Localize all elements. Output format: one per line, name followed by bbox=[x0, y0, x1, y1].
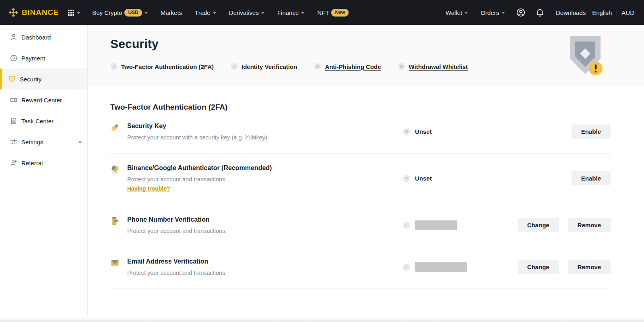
sidebar-item-referral[interactable]: Referral bbox=[0, 152, 87, 173]
sidebar-item-payment[interactable]: $ Payment bbox=[0, 48, 87, 69]
tab-withdrawal-whitelist[interactable]: ✕ Withdrawal Whitelist bbox=[398, 63, 468, 70]
security-key-row: Security Key Protect your account with a… bbox=[110, 112, 611, 154]
status: ✕ Unset bbox=[403, 128, 532, 135]
dashboard-user-icon bbox=[10, 33, 18, 41]
top-nav: BINANCE Buy Crypto USD Markets Trade Der… bbox=[0, 0, 644, 25]
sidebar-item-label: Settings bbox=[21, 139, 43, 145]
status: ✓ bbox=[403, 220, 532, 230]
row-title: Email Address Verification bbox=[127, 258, 227, 265]
tab-two-factor-authentication[interactable]: ✓ Two-Factor Authentication (2FA) bbox=[110, 63, 214, 70]
nav-right-group: Wallet Orders Downloads English | bbox=[439, 8, 634, 17]
main-content: Security ✓ Two-Factor Authentication (2F… bbox=[88, 25, 644, 322]
chevron-down-icon bbox=[464, 12, 468, 14]
check-icon: ✓ bbox=[403, 264, 410, 271]
tab-label: Anti-Phishing Code bbox=[325, 63, 381, 70]
chevron-down-icon bbox=[77, 12, 80, 14]
sidebar: Dashboard $ Payment Security Reward Cent… bbox=[0, 25, 88, 322]
binance-diamond-icon bbox=[8, 7, 19, 18]
bell-icon bbox=[535, 8, 545, 17]
status: ✓ bbox=[403, 262, 532, 272]
nav-orders[interactable]: Orders bbox=[481, 9, 505, 16]
chevron-down-icon bbox=[502, 12, 505, 14]
check-icon: ✓ bbox=[403, 222, 410, 229]
redacted-phone-number bbox=[415, 220, 457, 230]
authenticator-row: Binance/Google Authenticator (Recommende… bbox=[110, 154, 611, 205]
nav-trade[interactable]: Trade bbox=[195, 9, 216, 16]
row-title: Security Key bbox=[127, 123, 269, 130]
sidebar-item-dashboard[interactable]: Dashboard bbox=[0, 27, 87, 48]
enable-button[interactable]: Enable bbox=[572, 125, 611, 139]
x-icon: ✕ bbox=[398, 63, 405, 70]
currency-selector[interactable]: AUD bbox=[621, 9, 634, 16]
x-icon: ✕ bbox=[403, 128, 410, 135]
tab-label: Withdrawal Whitelist bbox=[409, 63, 468, 70]
having-trouble-link[interactable]: Having trouble? bbox=[127, 185, 170, 192]
change-button[interactable]: Change bbox=[518, 260, 559, 274]
check-icon: ✓ bbox=[110, 63, 118, 70]
row-description: Protect your account and transactions. bbox=[127, 228, 227, 234]
security-header: Security ✓ Two-Factor Authentication (2F… bbox=[88, 25, 644, 86]
usd-badge: USD bbox=[124, 9, 142, 17]
tab-identity-verification[interactable]: ✓ Identity Verification bbox=[231, 63, 297, 70]
authenticator-icon bbox=[110, 165, 120, 176]
nav-finance[interactable]: Finance bbox=[277, 9, 304, 16]
shield-warning-icon bbox=[566, 34, 605, 79]
phone-verification-row: Phone Number Verification Protect your a… bbox=[110, 205, 611, 247]
chevron-down-icon bbox=[261, 12, 264, 14]
remove-button[interactable]: Remove bbox=[568, 260, 611, 274]
nav-buy-crypto-label: Buy Crypto bbox=[92, 9, 122, 16]
enable-button[interactable]: Enable bbox=[572, 171, 611, 185]
security-key-icon bbox=[110, 123, 120, 134]
security-status-tabs: ✓ Two-Factor Authentication (2FA) ✓ Iden… bbox=[110, 63, 605, 70]
nav-trade-label: Trade bbox=[195, 9, 211, 16]
change-button[interactable]: Change bbox=[518, 218, 559, 232]
divider: | bbox=[616, 9, 617, 16]
page-title: Security bbox=[110, 37, 605, 51]
x-icon: ✕ bbox=[314, 63, 321, 70]
sidebar-item-security[interactable]: Security bbox=[0, 69, 87, 89]
sidebar-item-label: Task Center bbox=[21, 118, 54, 125]
sidebar-item-task-center[interactable]: Task Center bbox=[0, 110, 87, 131]
remove-button[interactable]: Remove bbox=[568, 218, 611, 232]
nav-downloads[interactable]: Downloads bbox=[556, 9, 586, 16]
x-icon: ✕ bbox=[403, 175, 410, 182]
sidebar-item-label: Security bbox=[20, 76, 41, 83]
status-text: Unset bbox=[415, 175, 432, 182]
row-description: Protect your account with a security key… bbox=[127, 134, 269, 141]
tab-label: Two-Factor Authentication (2FA) bbox=[121, 63, 214, 70]
nav-nft-label: NFT bbox=[317, 9, 329, 16]
new-badge: New bbox=[331, 9, 349, 17]
row-description: Protect your account and transactions. bbox=[127, 270, 227, 276]
redacted-email-address bbox=[415, 262, 467, 272]
email-verification-row: Email Address Verification Protect your … bbox=[110, 247, 611, 289]
shield-icon bbox=[8, 75, 16, 83]
nav-finance-label: Finance bbox=[277, 9, 299, 16]
nav-markets-label: Markets bbox=[161, 9, 182, 16]
sidebar-item-settings[interactable]: Settings bbox=[0, 131, 87, 152]
apps-grid-button[interactable] bbox=[68, 9, 80, 16]
chevron-down-icon bbox=[144, 12, 148, 14]
grid-icon bbox=[68, 9, 74, 16]
notifications-button[interactable] bbox=[535, 8, 545, 17]
nav-nft[interactable]: NFT New bbox=[317, 9, 349, 17]
security-shield-illustration bbox=[566, 34, 605, 81]
binance-logo[interactable]: BINANCE bbox=[8, 7, 59, 18]
nav-wallet[interactable]: Wallet bbox=[446, 9, 468, 16]
profile-button[interactable] bbox=[516, 8, 526, 17]
nav-derivatives[interactable]: Derivatives bbox=[229, 9, 264, 16]
language-selector[interactable]: English bbox=[592, 9, 612, 16]
sidebar-item-label: Reward Center bbox=[21, 97, 62, 104]
sidebar-item-label: Dashboard bbox=[21, 34, 51, 41]
chevron-down-icon bbox=[213, 12, 216, 14]
chevron-down-icon bbox=[78, 141, 82, 143]
status-text: Unset bbox=[415, 128, 432, 135]
nav-orders-label: Orders bbox=[481, 9, 499, 16]
sidebar-item-reward-center[interactable]: Reward Center bbox=[0, 89, 87, 110]
tab-anti-phishing-code[interactable]: ✕ Anti-Phishing Code bbox=[314, 63, 381, 70]
nav-markets[interactable]: Markets bbox=[161, 9, 182, 16]
dollar-circle-icon: $ bbox=[10, 54, 18, 62]
sliders-icon bbox=[10, 138, 18, 146]
row-title: Binance/Google Authenticator (Recommende… bbox=[127, 164, 272, 172]
row-description: Protect your account and transactions. bbox=[127, 176, 272, 183]
nav-buy-crypto[interactable]: Buy Crypto USD bbox=[92, 9, 148, 17]
